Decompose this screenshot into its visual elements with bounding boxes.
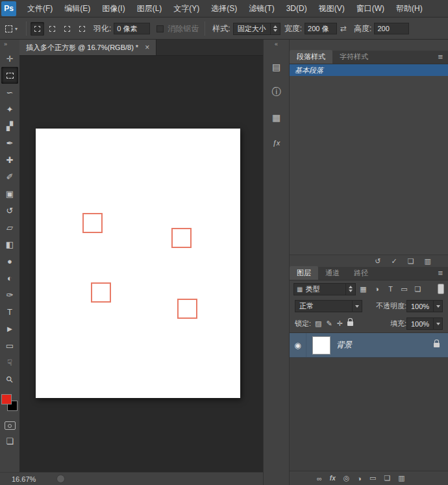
quick-selection-tool[interactable]: ✦ (1, 101, 18, 118)
status-info-icon[interactable] (56, 475, 65, 483)
eyedropper-tool[interactable]: ✒ (1, 134, 18, 151)
panel-menu-icon[interactable]: ≡ (438, 50, 448, 64)
dock-collapse-button[interactable]: « (264, 40, 289, 50)
brush-tool[interactable]: ✐ (1, 168, 18, 185)
clone-stamp-tool[interactable]: ▣ (1, 185, 18, 202)
panel-menu-icon[interactable]: ≡ (438, 266, 448, 280)
swap-dimensions-icon[interactable]: ⇄ (340, 24, 347, 33)
tab-paths[interactable]: 路径 (347, 266, 375, 280)
intersect-selection-button[interactable] (75, 22, 89, 36)
filter-smart-objects-icon[interactable]: ❏ (412, 283, 424, 295)
lock-all-icon[interactable] (347, 321, 353, 326)
path-selection-tool[interactable]: ► (1, 320, 18, 337)
new-style-icon[interactable]: ❏ (408, 257, 414, 266)
filter-kind-select[interactable]: ▦ 类型 (293, 283, 356, 295)
width-input[interactable]: 200 像 (305, 23, 337, 34)
tab-paragraph-styles[interactable]: 段落样式 (290, 50, 332, 64)
blend-mode-select[interactable]: 正常 (295, 300, 362, 312)
divider (205, 21, 205, 36)
feather-input[interactable]: 0 像素 (114, 23, 150, 34)
height-input[interactable]: 200 (374, 23, 409, 34)
layer-thumbnail[interactable] (312, 336, 330, 354)
quick-selection-icon: ✦ (6, 105, 14, 114)
tool-preset-picker[interactable]: ▾ (0, 25, 23, 32)
new-layer-icon[interactable]: ❏ (384, 474, 390, 482)
hand-tool[interactable]: ☟ (1, 354, 18, 371)
tab-channels[interactable]: 通道 (318, 266, 347, 280)
lock-position-icon[interactable]: ✛ (337, 319, 343, 328)
antialias-checkbox[interactable] (156, 25, 164, 32)
zoom-level-field[interactable]: 16.67% (12, 475, 36, 483)
lock-transparent-icon[interactable]: ▨ (315, 319, 321, 328)
delete-style-icon[interactable]: ▥ (425, 257, 431, 266)
filter-pixel-layers-icon[interactable]: ▦ (357, 283, 369, 295)
redefine-style-icon[interactable]: ✓ (392, 257, 397, 266)
chevron-down-icon: ▾ (15, 26, 18, 32)
fill-select[interactable]: 100% (406, 317, 443, 330)
list-item-basic-paragraph[interactable]: 基本段落 (290, 64, 448, 76)
layer-row-background[interactable]: ◉ 背景 (290, 333, 448, 358)
menu-view[interactable]: 视图(V) (313, 0, 351, 17)
rectangular-marquee-tool[interactable] (1, 67, 18, 84)
spot-healing-brush-tool[interactable]: ✚ (1, 151, 18, 168)
feather-label: 羽化: (93, 23, 111, 34)
styles-panel-button[interactable]: ƒx (268, 134, 285, 151)
dodge-tool[interactable]: ◐ (1, 269, 18, 286)
menu-file[interactable]: 文件(F) (21, 0, 58, 17)
eraser-tool[interactable]: ▱ (1, 219, 18, 236)
move-tool[interactable]: ✛ (1, 50, 18, 67)
new-selection-button[interactable] (31, 22, 44, 36)
filter-adjustment-layers-icon[interactable]: ◑ (371, 283, 383, 295)
menu-select[interactable]: 选择(S) (205, 0, 243, 17)
zoom-tool[interactable]: ⚲ (1, 371, 18, 388)
foreground-color-swatch[interactable] (1, 394, 12, 404)
history-panel-button[interactable]: ▤ (268, 58, 285, 75)
menu-3d[interactable]: 3D(D) (280, 0, 313, 17)
visibility-eye-icon[interactable]: ◉ (290, 333, 306, 357)
quick-mask-button[interactable] (5, 421, 16, 430)
crop-tool[interactable]: ▞ (1, 118, 18, 134)
layer-style-icon[interactable]: fx (330, 475, 336, 482)
subtract-selection-button[interactable] (60, 22, 74, 36)
menu-type[interactable]: 文字(Y) (168, 0, 205, 17)
lasso-icon: ∽ (6, 88, 14, 97)
blur-tool[interactable]: ● (1, 253, 18, 269)
type-tool[interactable]: T (1, 303, 18, 320)
add-selection-button[interactable] (45, 22, 59, 36)
clear-override-icon[interactable]: ↺ (375, 257, 380, 266)
menu-layer[interactable]: 图层(L) (131, 0, 168, 17)
menu-window[interactable]: 窗口(W) (351, 0, 390, 17)
menu-help[interactable]: 帮助(H) (390, 0, 429, 17)
toolbox-expand-button[interactable]: » (0, 40, 19, 50)
canvas[interactable] (19, 56, 263, 485)
layers-panel: 图层 通道 路径 ≡ ▦ 类型 ▦ ◑ T ▭ ❏ 正常 (290, 267, 448, 485)
tab-character-styles[interactable]: 字符样式 (332, 50, 375, 64)
menu-image[interactable]: 图像(I) (96, 0, 131, 17)
screen-mode-button[interactable]: ❏ (6, 436, 14, 446)
close-icon[interactable]: × (145, 43, 149, 52)
add-layer-mask-icon[interactable]: ◎ (343, 474, 350, 482)
filter-shape-layers-icon[interactable]: ▭ (398, 283, 410, 295)
menu-edit[interactable]: 编辑(E) (58, 0, 96, 17)
filter-type-layers-icon[interactable]: T (384, 283, 397, 295)
style-select[interactable]: 固定大小 (233, 23, 280, 35)
subtract-selection-icon (64, 26, 70, 32)
tab-layers[interactable]: 图层 (290, 266, 318, 280)
menu-filter[interactable]: 滤镜(T) (243, 0, 280, 17)
pen-tool[interactable]: ✑ (1, 286, 18, 303)
new-group-icon[interactable]: ▭ (369, 474, 376, 482)
delete-layer-icon[interactable]: ▥ (398, 474, 404, 482)
gradient-tool[interactable]: ◧ (1, 236, 18, 253)
info-panel-button[interactable]: ⓘ (268, 84, 285, 101)
history-brush-tool[interactable]: ↺ (1, 202, 18, 219)
opacity-select[interactable]: 100% (406, 300, 443, 312)
lasso-tool[interactable]: ∽ (1, 84, 18, 101)
document-page[interactable] (36, 129, 240, 398)
rectangle-tool[interactable]: ▭ (1, 337, 18, 354)
lock-pixels-icon[interactable]: ✎ (326, 319, 332, 328)
layer-filter-toggle[interactable] (438, 284, 444, 294)
document-tab[interactable]: 插入多个正方形 @ 16.7%(RGB/8) * × (19, 40, 156, 55)
link-layers-icon[interactable]: ∞ (317, 475, 322, 482)
adjustment-layer-icon[interactable]: ◑ (357, 475, 362, 482)
swatches-panel-button[interactable]: ▦ (268, 109, 285, 126)
